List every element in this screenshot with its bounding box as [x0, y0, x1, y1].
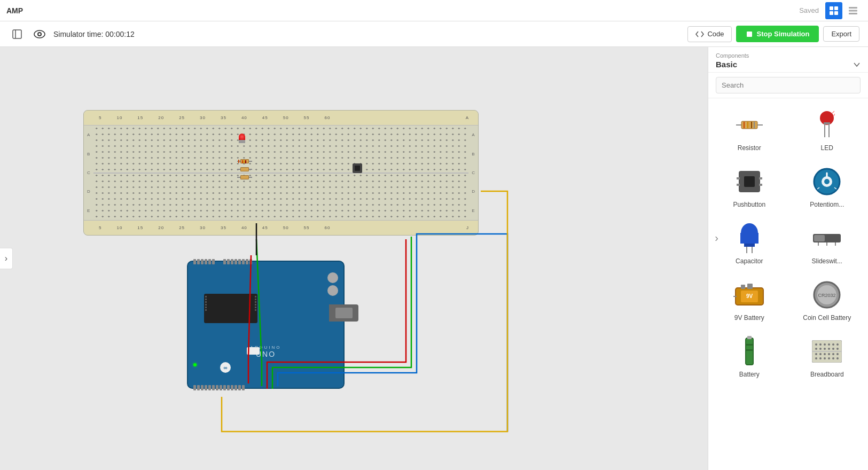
resistor-label: Resistor — [738, 144, 761, 152]
nav-icon-inactive[interactable] — [844, 2, 862, 19]
pushbutton-icon — [733, 166, 765, 198]
sidebar-header: Components Basic — [708, 47, 868, 73]
svg-point-83 — [824, 357, 826, 359]
arduino-text: ARDUINO UNO — [188, 345, 343, 358]
component-capacitor[interactable]: Capacitor — [711, 217, 787, 269]
battery-icon — [733, 335, 765, 367]
capacitor-label: Capacitor — [736, 257, 763, 265]
slideswitch-label: Slideswit... — [812, 257, 842, 265]
potentiometer-label: Potentiom... — [810, 201, 844, 208]
svg-rect-4 — [849, 7, 857, 9]
toggle-panel-btn[interactable] — [9, 26, 26, 43]
arduino-power-caps — [327, 272, 338, 296]
svg-rect-21 — [822, 118, 832, 122]
code-button[interactable]: Code — [687, 26, 732, 42]
component-breadboard[interactable]: Breadboard — [789, 330, 865, 382]
svg-point-79 — [832, 353, 834, 355]
list-icon — [848, 6, 858, 15]
component-resistor[interactable]: Resistor — [711, 104, 787, 156]
svg-rect-59 — [747, 336, 752, 339]
svg-rect-7 — [13, 30, 21, 38]
grid-icon — [829, 6, 839, 15]
breadboard[interactable]: 51015202530354045505560 A 51015202530354… — [83, 110, 479, 236]
svg-rect-60 — [746, 344, 753, 346]
svg-point-66 — [828, 343, 830, 346]
svg-rect-0 — [830, 6, 833, 10]
svg-text:CR2032: CR2032 — [818, 293, 836, 298]
svg-rect-28 — [744, 176, 755, 187]
arduino-chip — [204, 294, 257, 323]
sidebar: Components Basic — [708, 47, 868, 470]
svg-point-74 — [836, 348, 839, 350]
scroll-arrow[interactable]: › — [715, 232, 718, 244]
battery-label: Battery — [739, 371, 760, 378]
saved-label: Saved — [799, 6, 819, 14]
component-slideswitch[interactable]: Slideswit... — [789, 217, 865, 269]
component-led[interactable]: LED — [789, 104, 865, 156]
app-title: AMP — [6, 6, 23, 15]
svg-line-26 — [834, 114, 835, 116]
top-nav: AMP Saved — [0, 0, 868, 21]
pushbutton-label: Pushbutton — [733, 201, 765, 208]
svg-rect-5 — [849, 10, 857, 11]
resistor-icon — [733, 109, 765, 141]
capacitor-icon — [733, 222, 765, 254]
svg-point-64 — [819, 343, 822, 346]
svg-rect-45 — [814, 235, 825, 241]
svg-rect-31 — [737, 184, 740, 186]
svg-point-80 — [836, 353, 839, 355]
toolbar: Simulator time: 00:00:12 Code Stop Simul… — [0, 21, 868, 47]
export-button[interactable]: Export — [823, 26, 859, 42]
resistors-component[interactable] — [237, 159, 252, 179]
led-component[interactable] — [238, 134, 246, 145]
search-input[interactable] — [716, 77, 861, 93]
svg-point-78 — [828, 353, 830, 355]
svg-text:9V: 9V — [746, 293, 753, 299]
arduino-board[interactable]: ARDUINO UNO ∞ — [187, 261, 345, 389]
svg-point-71 — [824, 348, 826, 350]
reset-button[interactable] — [247, 347, 260, 355]
svg-rect-30 — [759, 177, 762, 179]
svg-rect-12 — [747, 32, 752, 37]
code-icon — [695, 30, 704, 38]
stop-simulation-button[interactable]: Stop Simulation — [736, 26, 819, 42]
svg-rect-40 — [740, 233, 758, 244]
components-dropdown[interactable]: Basic — [716, 60, 861, 69]
svg-rect-53 — [747, 284, 753, 289]
breadboard-label: Breadboard — [810, 371, 844, 378]
svg-rect-58 — [746, 338, 753, 365]
potentiometer-icon — [811, 166, 843, 198]
coin-cell-label: Coin Cell Battery — [803, 314, 851, 322]
svg-point-72 — [828, 348, 830, 350]
svg-rect-2 — [830, 11, 833, 15]
components-dropdown-label: Basic — [716, 60, 737, 69]
component-9v-battery[interactable]: 9V 9V Battery — [711, 273, 787, 326]
svg-point-65 — [824, 343, 826, 346]
sim-time: Simulator time: 00:00:12 — [53, 30, 135, 38]
svg-point-86 — [836, 357, 839, 359]
svg-point-11 — [38, 33, 41, 35]
svg-rect-41 — [744, 244, 755, 247]
pin-headers-top — [193, 259, 338, 264]
eye-btn[interactable] — [31, 26, 48, 43]
toggle-panel[interactable]: › — [0, 248, 13, 269]
led-label: LED — [821, 144, 833, 152]
component-potentiometer[interactable]: Potentiom... — [789, 160, 865, 213]
9v-battery-label: 9V Battery — [734, 314, 764, 322]
svg-rect-32 — [759, 184, 762, 186]
component-battery[interactable]: Battery — [711, 330, 787, 382]
component-pushbutton[interactable]: Pushbutton — [711, 160, 787, 213]
svg-point-35 — [824, 179, 830, 184]
9v-battery-icon: 9V — [733, 279, 765, 311]
component-coin-cell[interactable]: CR2032 Coin Cell Battery — [789, 273, 865, 326]
breadboard-icon — [811, 335, 843, 367]
nav-icon-active[interactable] — [825, 2, 842, 19]
svg-rect-22 — [824, 122, 830, 124]
svg-point-76 — [819, 353, 822, 355]
canvas-area[interactable]: 51015202530354045505560 A 51015202530354… — [0, 47, 708, 470]
svg-point-70 — [819, 348, 822, 350]
svg-point-81 — [815, 357, 817, 359]
svg-point-63 — [815, 343, 817, 346]
svg-rect-1 — [834, 6, 838, 10]
pushbutton-component[interactable] — [353, 163, 363, 174]
